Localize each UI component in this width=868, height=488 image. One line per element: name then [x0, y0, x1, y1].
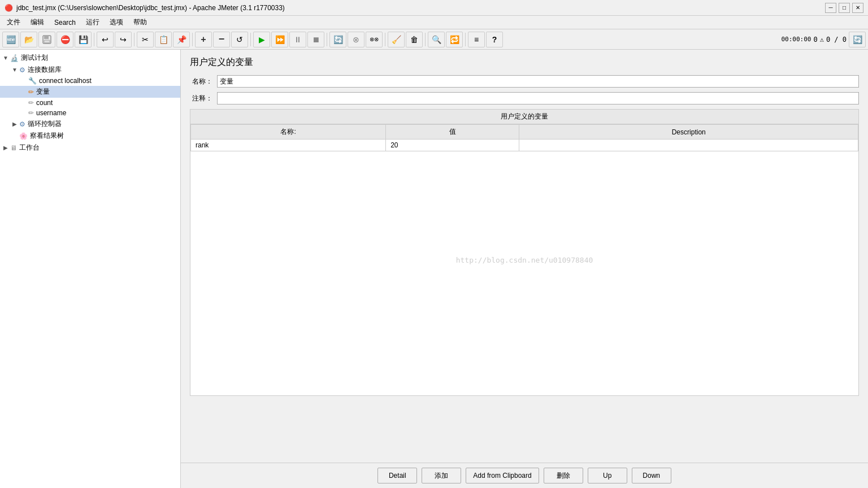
- connect-db-icon: ⚙: [19, 66, 25, 74]
- error-button[interactable]: ⛔: [57, 32, 73, 47]
- comment-input[interactable]: [217, 92, 859, 104]
- menu-file[interactable]: 文件: [2, 16, 25, 28]
- tree-item-connect-db[interactable]: ▼ ⚙ 连接数据库: [0, 64, 180, 76]
- row-name-cell: rank: [191, 140, 386, 151]
- search-button[interactable]: 🔍: [428, 32, 445, 47]
- add-from-clipboard-button[interactable]: Add from Clipboard: [466, 468, 539, 483]
- table-body: rank 20: [191, 140, 858, 151]
- connect-db-label: 连接数据库: [28, 65, 62, 75]
- pause-button[interactable]: ⏸: [289, 32, 306, 47]
- expand-connect-db-icon: ▼: [11, 67, 18, 73]
- redo-button[interactable]: ↪: [115, 32, 132, 47]
- col-header-value: 值: [386, 125, 519, 140]
- count-icon: ✏: [28, 99, 34, 107]
- separator-3: [192, 33, 193, 46]
- col-header-name: 名称:: [191, 125, 386, 140]
- tree-item-count[interactable]: ▶ ✏ count: [0, 98, 180, 108]
- test-plan-icon: 🔬: [10, 54, 19, 62]
- remote-start-button[interactable]: 🔄: [329, 32, 346, 47]
- workbench-icon: 🖥: [10, 144, 17, 152]
- paste-button[interactable]: 📌: [173, 32, 190, 47]
- separator-8: [465, 33, 466, 46]
- start-button[interactable]: ▶: [253, 32, 270, 47]
- remote-stop-all-icon: ⊗⊗: [370, 36, 379, 42]
- window-title: jdbc_test.jmx (C:\Users\slowchen\Desktop…: [16, 4, 285, 12]
- menu-run[interactable]: 运行: [81, 16, 104, 28]
- tree-item-loop-ctrl[interactable]: ▶ ⚙ 循环控制器: [0, 118, 180, 130]
- loop-ctrl-icon: ⚙: [19, 120, 25, 128]
- save-close-icon: [42, 35, 51, 44]
- remote-stop-all-button[interactable]: ⊗⊗: [366, 32, 383, 47]
- bottom-bar: Detail 添加 Add from Clipboard 删除 Up Down: [181, 463, 868, 488]
- copy-button[interactable]: 📋: [155, 32, 172, 47]
- maximize-button[interactable]: □: [839, 3, 850, 13]
- start-no-pause-button[interactable]: ⏩: [271, 32, 288, 47]
- name-row: 名称：: [190, 75, 859, 88]
- name-label: 名称：: [190, 77, 212, 86]
- tree-item-view-results[interactable]: ▶ 🌸 察看结果树: [0, 130, 180, 142]
- stop-button[interactable]: ⏹: [307, 32, 324, 47]
- down-button[interactable]: Down: [632, 468, 671, 483]
- comment-row: 注释：: [190, 92, 859, 104]
- reset-button[interactable]: 🔁: [446, 32, 463, 47]
- tree-item-username[interactable]: ▶ ✏ username: [0, 108, 180, 118]
- save-button[interactable]: 💾: [75, 32, 92, 47]
- detail-button[interactable]: Detail: [377, 468, 417, 483]
- tree-item-bianliang[interactable]: ▶ ✏ 变量: [0, 86, 180, 98]
- warning-icon: ⚠: [820, 36, 824, 43]
- ratio-button[interactable]: 🔄: [849, 32, 866, 47]
- menu-edit[interactable]: 编辑: [26, 16, 49, 28]
- table-row[interactable]: rank 20: [191, 140, 858, 151]
- clear-all-button[interactable]: 🗑: [406, 32, 423, 47]
- table-container: 名称: 值 Description rank 20: [190, 124, 858, 395]
- workbench-label: 工作台: [19, 143, 40, 152]
- separator-2: [134, 33, 134, 46]
- menu-help[interactable]: 帮助: [129, 16, 151, 28]
- separator-6: [385, 33, 385, 46]
- menu-options[interactable]: 选项: [105, 16, 128, 28]
- save-close-button[interactable]: [38, 32, 55, 47]
- up-button[interactable]: Up: [588, 468, 627, 483]
- count-label: count: [36, 99, 53, 107]
- new-button[interactable]: 🆕: [2, 32, 19, 47]
- separator-5: [327, 33, 327, 46]
- window-controls: ─ □ ✕: [825, 3, 863, 13]
- menu-search[interactable]: Search: [50, 18, 80, 28]
- ratio-display: 0 / 0: [826, 36, 847, 43]
- help-button[interactable]: ?: [486, 32, 503, 47]
- comment-label: 注释：: [190, 94, 212, 103]
- tree-item-workbench[interactable]: ▶ 🖥 工作台: [0, 142, 180, 154]
- username-label: username: [36, 109, 66, 117]
- bianliang-label: 变量: [36, 87, 50, 97]
- tree-item-connect-localhost[interactable]: ▶ 🔧 connect localhost: [0, 76, 180, 86]
- add-button[interactable]: 添加: [422, 468, 461, 483]
- title-bar: 🔴 jdbc_test.jmx (C:\Users\slowchen\Deskt…: [0, 0, 868, 16]
- warning-count: 0: [813, 36, 817, 43]
- app-icon: 🔴: [5, 4, 13, 12]
- username-icon: ✏: [28, 109, 34, 117]
- name-input[interactable]: [217, 75, 859, 88]
- open-button[interactable]: 📂: [20, 32, 37, 47]
- expand-loop-ctrl-icon: ▶: [11, 121, 18, 128]
- col-header-description: Description: [519, 125, 858, 140]
- row-value-cell: 20: [386, 140, 519, 151]
- cut-button[interactable]: ✂: [137, 32, 154, 47]
- undo-button[interactable]: ↩: [97, 32, 114, 47]
- expand-button[interactable]: +: [195, 32, 212, 47]
- close-button[interactable]: ✕: [852, 3, 863, 13]
- collapse-button[interactable]: −: [213, 32, 230, 47]
- minimize-button[interactable]: ─: [825, 3, 836, 13]
- connect-localhost-label: connect localhost: [39, 77, 92, 85]
- clear-button[interactable]: 🧹: [388, 32, 405, 47]
- remote-stop-button[interactable]: ⊗: [348, 32, 364, 47]
- svg-rect-1: [44, 36, 49, 39]
- view-results-label: 察看结果树: [30, 131, 64, 141]
- delete-button[interactable]: 删除: [544, 468, 583, 483]
- help-list-button[interactable]: ≡: [468, 32, 485, 47]
- toolbar-right: 00:00:00 0 ⚠ 0 / 0 🔄: [781, 32, 866, 47]
- watermark: http://blog.csdn.net/u010978840: [456, 256, 593, 264]
- tree-item-test-plan[interactable]: ▼ 🔬 测试计划: [0, 52, 180, 64]
- toggle-button[interactable]: ↺: [231, 32, 248, 47]
- right-panel: 用户定义的变量 名称： 注释： 用户定义的变量 名称:: [181, 50, 868, 488]
- bianliang-icon: ✏: [28, 88, 34, 96]
